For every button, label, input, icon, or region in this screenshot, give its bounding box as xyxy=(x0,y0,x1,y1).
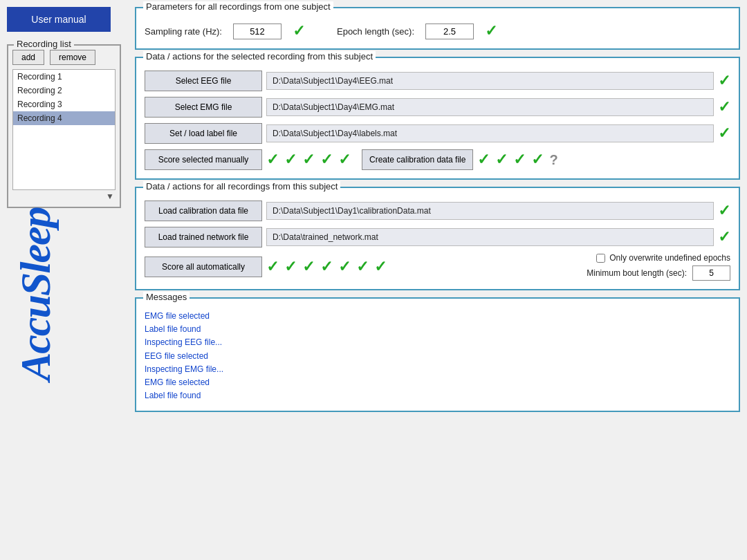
left-panel: User manual Recording list add remove Re… xyxy=(0,0,131,419)
all-recordings-title: Data / actions for all recordings from t… xyxy=(143,181,340,192)
all-recordings-section: Data / actions for all recordings from t… xyxy=(135,187,740,290)
network-check: ✓ xyxy=(718,228,730,246)
eeg-check: ✓ xyxy=(718,72,730,90)
score-selected-checks: ✓ ✓ ✓ ✓ ✓ xyxy=(266,151,351,169)
score-selected-button[interactable]: Score selected manually xyxy=(145,149,262,170)
right-controls: Only overwrite undefined epochs Minimum … xyxy=(587,253,730,281)
score-check-2: ✓ xyxy=(284,151,297,169)
recording-item[interactable]: Recording 3 xyxy=(13,97,115,111)
sampling-rate-input[interactable] xyxy=(233,24,282,39)
message-line: Inspecting EMG file... xyxy=(145,363,730,376)
calib-check-3: ✓ xyxy=(513,151,526,169)
calib-check-1: ✓ xyxy=(477,151,490,169)
min-bout-label: Minimum bout length (sec): xyxy=(587,268,687,278)
epoch-length-label: Epoch length (sec): xyxy=(337,26,414,37)
score-all-check-2: ✓ xyxy=(284,258,297,276)
message-line: Label file found xyxy=(145,323,730,336)
recording-item[interactable]: Recording 2 xyxy=(13,84,115,97)
selected-recording-title: Data / actions for the selected recordin… xyxy=(143,51,376,62)
message-line: EMG file selected xyxy=(145,376,730,389)
calib-question: ? xyxy=(549,152,557,168)
message-line: Inspecting EEG file... xyxy=(145,336,730,349)
remove-button[interactable]: remove xyxy=(50,50,95,65)
recording-list-buttons: add remove xyxy=(12,50,116,65)
calib-path-input[interactable] xyxy=(266,202,714,220)
load-network-row: Load trained network file ✓ xyxy=(145,227,730,248)
overwrite-checkbox[interactable] xyxy=(596,254,605,263)
scroll-down-indicator: ▼ xyxy=(12,190,116,203)
epoch-length-input[interactable] xyxy=(425,24,474,39)
params-row: Sampling rate (Hz): ✓ Epoch length (sec)… xyxy=(145,22,730,40)
right-panel: Parameters for all recordings from one s… xyxy=(131,0,747,419)
select-eeg-button[interactable]: Select EEG file xyxy=(145,71,262,91)
recording-list-title: Recording list xyxy=(14,39,74,49)
score-all-check-1: ✓ xyxy=(266,258,279,276)
params-section-title: Parameters for all recordings from one s… xyxy=(143,1,333,12)
message-line: EMG file selected xyxy=(145,310,730,323)
score-selected-row: Score selected manually ✓ ✓ ✓ ✓ ✓ Create… xyxy=(145,149,730,170)
message-line: EEG file selected xyxy=(145,350,730,363)
sampling-rate-check: ✓ xyxy=(293,22,305,40)
score-all-button[interactable]: Score all automatically xyxy=(145,256,262,277)
score-all-checks: ✓ ✓ ✓ ✓ ✓ ✓ ✓ xyxy=(266,258,387,276)
logo-area: AccuSleep xyxy=(7,229,121,381)
messages-section: Messages EMG file selectedLabel file fou… xyxy=(135,297,740,412)
score-all-row: Score all automatically ✓ ✓ ✓ ✓ ✓ ✓ ✓ On… xyxy=(145,253,730,281)
score-check-5: ✓ xyxy=(338,151,351,169)
eeg-path-input[interactable] xyxy=(266,72,714,90)
emg-check: ✓ xyxy=(718,98,730,116)
label-path-input[interactable] xyxy=(266,124,714,142)
score-check-1: ✓ xyxy=(266,151,279,169)
load-calibration-button[interactable]: Load calibration data file xyxy=(145,200,262,221)
recording-list-box: Recording list add remove Recording 1Rec… xyxy=(7,44,121,208)
create-calibration-button[interactable]: Create calibration data file xyxy=(362,149,473,170)
min-bout-row: Minimum bout length (sec): xyxy=(587,265,730,281)
emg-row: Select EMG file ✓ xyxy=(145,97,730,118)
add-button[interactable]: add xyxy=(12,50,44,65)
score-check-4: ✓ xyxy=(320,151,333,169)
network-path-input[interactable] xyxy=(266,228,714,246)
epoch-length-check: ✓ xyxy=(485,22,497,40)
main-layout: User manual Recording list add remove Re… xyxy=(0,0,747,419)
messages-list: EMG file selectedLabel file foundInspect… xyxy=(145,310,730,402)
label-row: Set / load label file ✓ xyxy=(145,123,730,144)
calib-check-2: ✓ xyxy=(495,151,508,169)
load-network-button[interactable]: Load trained network file xyxy=(145,227,262,248)
overwrite-checkbox-row: Only overwrite undefined epochs xyxy=(596,253,730,263)
message-line: Label file found xyxy=(145,389,730,402)
messages-title: Messages xyxy=(143,292,190,302)
logo-text: AccuSleep xyxy=(14,229,57,381)
calib-data-check: ✓ xyxy=(718,202,730,220)
recording-item[interactable]: Recording 4 xyxy=(13,111,115,125)
calib-check-4: ✓ xyxy=(531,151,544,169)
overwrite-label: Only overwrite undefined epochs xyxy=(609,253,730,263)
user-manual-button[interactable]: User manual xyxy=(7,7,111,32)
score-all-check-7: ✓ xyxy=(374,258,387,276)
score-check-3: ✓ xyxy=(302,151,315,169)
load-calibration-row: Load calibration data file ✓ xyxy=(145,200,730,221)
label-check: ✓ xyxy=(718,124,730,142)
score-all-check-3: ✓ xyxy=(302,258,315,276)
min-bout-input[interactable] xyxy=(692,265,730,281)
recording-list-items[interactable]: Recording 1Recording 2Recording 3Recordi… xyxy=(12,69,116,190)
sampling-rate-label: Sampling rate (Hz): xyxy=(145,26,222,37)
load-label-button[interactable]: Set / load label file xyxy=(145,123,262,144)
score-all-check-4: ✓ xyxy=(320,258,333,276)
emg-path-input[interactable] xyxy=(266,98,714,116)
calib-checks: ✓ ✓ ✓ ✓ ? xyxy=(477,151,557,169)
selected-recording-section: Data / actions for the selected recordin… xyxy=(135,57,740,180)
select-emg-button[interactable]: Select EMG file xyxy=(145,97,262,118)
params-section: Parameters for all recordings from one s… xyxy=(135,7,740,50)
score-all-check-5: ✓ xyxy=(338,258,351,276)
eeg-row: Select EEG file ✓ xyxy=(145,71,730,91)
score-all-check-6: ✓ xyxy=(356,258,369,276)
recording-item[interactable]: Recording 1 xyxy=(13,70,115,84)
